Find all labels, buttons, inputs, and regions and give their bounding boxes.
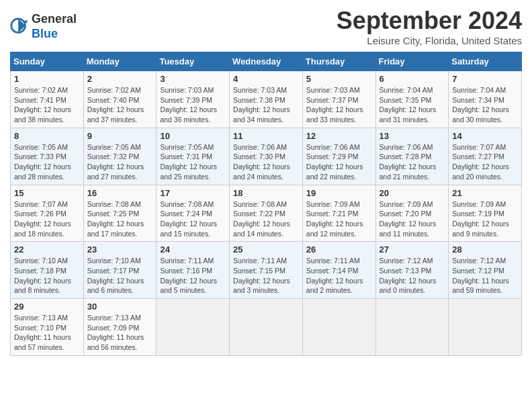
calendar-cell: 4Sunrise: 7:03 AM Sunset: 7:38 PM Daylig… xyxy=(230,71,303,128)
day-number: 25 xyxy=(233,244,299,255)
calendar-cell: 24Sunrise: 7:11 AM Sunset: 7:16 PM Dayli… xyxy=(157,242,230,299)
day-number: 9 xyxy=(87,131,153,141)
day-info: Sunrise: 7:02 AM Sunset: 7:40 PM Dayligh… xyxy=(87,85,153,125)
day-info: Sunrise: 7:06 AM Sunset: 7:28 PM Dayligh… xyxy=(380,142,445,182)
calendar-cell xyxy=(302,299,375,356)
calendar-cell: 13Sunrise: 7:06 AM Sunset: 7:28 PM Dayli… xyxy=(375,128,449,185)
day-number: 5 xyxy=(306,74,372,84)
day-number: 6 xyxy=(380,74,445,84)
day-info: Sunrise: 7:03 AM Sunset: 7:38 PM Dayligh… xyxy=(233,85,299,125)
day-info: Sunrise: 7:05 AM Sunset: 7:33 PM Dayligh… xyxy=(14,142,80,182)
day-info: Sunrise: 7:03 AM Sunset: 7:39 PM Dayligh… xyxy=(160,85,226,125)
day-number: 23 xyxy=(87,244,153,255)
day-number: 29 xyxy=(14,302,80,312)
calendar-cell: 19Sunrise: 7:09 AM Sunset: 7:21 PM Dayli… xyxy=(302,185,375,242)
calendar-cell: 12Sunrise: 7:06 AM Sunset: 7:29 PM Dayli… xyxy=(302,128,375,185)
day-info: Sunrise: 7:12 AM Sunset: 7:13 PM Dayligh… xyxy=(380,256,445,295)
calendar-cell: 2Sunrise: 7:02 AM Sunset: 7:40 PM Daylig… xyxy=(83,71,157,128)
day-number: 3 xyxy=(160,74,226,84)
calendar-cell: 6Sunrise: 7:04 AM Sunset: 7:35 PM Daylig… xyxy=(375,71,449,128)
logo: General Blue xyxy=(10,12,77,41)
day-info: Sunrise: 7:11 AM Sunset: 7:14 PM Dayligh… xyxy=(306,256,372,295)
calendar-cell: 22Sunrise: 7:10 AM Sunset: 7:18 PM Dayli… xyxy=(11,242,84,299)
calendar-cell: 25Sunrise: 7:11 AM Sunset: 7:15 PM Dayli… xyxy=(230,242,303,299)
col-wednesday: Wednesday xyxy=(230,52,303,71)
calendar-table: Sunday Monday Tuesday Wednesday Thursday… xyxy=(10,52,522,356)
day-info: Sunrise: 7:07 AM Sunset: 7:27 PM Dayligh… xyxy=(452,142,518,182)
calendar-body: 1Sunrise: 7:02 AM Sunset: 7:41 PM Daylig… xyxy=(11,71,522,356)
col-monday: Monday xyxy=(83,52,157,71)
calendar-cell: 28Sunrise: 7:12 AM Sunset: 7:12 PM Dayli… xyxy=(449,242,522,299)
day-info: Sunrise: 7:12 AM Sunset: 7:12 PM Dayligh… xyxy=(452,256,518,295)
page-header: General Blue September 2024 Leisure City… xyxy=(10,7,522,46)
day-info: Sunrise: 7:03 AM Sunset: 7:37 PM Dayligh… xyxy=(306,85,372,125)
day-info: Sunrise: 7:11 AM Sunset: 7:16 PM Dayligh… xyxy=(160,256,226,295)
day-number: 1 xyxy=(14,74,80,84)
calendar-cell: 15Sunrise: 7:07 AM Sunset: 7:26 PM Dayli… xyxy=(11,185,84,242)
calendar-cell xyxy=(230,299,303,356)
col-friday: Friday xyxy=(375,52,449,71)
calendar-cell: 3Sunrise: 7:03 AM Sunset: 7:39 PM Daylig… xyxy=(157,71,230,128)
col-thursday: Thursday xyxy=(302,52,375,71)
day-info: Sunrise: 7:02 AM Sunset: 7:41 PM Dayligh… xyxy=(14,85,80,125)
day-number: 14 xyxy=(452,131,518,141)
day-number: 16 xyxy=(87,188,153,198)
day-number: 27 xyxy=(380,244,445,255)
calendar-cell: 30Sunrise: 7:13 AM Sunset: 7:09 PM Dayli… xyxy=(83,299,157,356)
day-number: 15 xyxy=(14,188,80,198)
calendar-cell: 17Sunrise: 7:08 AM Sunset: 7:24 PM Dayli… xyxy=(157,185,230,242)
calendar-week-4: 22Sunrise: 7:10 AM Sunset: 7:18 PM Dayli… xyxy=(11,242,522,299)
day-info: Sunrise: 7:11 AM Sunset: 7:15 PM Dayligh… xyxy=(233,256,299,295)
day-info: Sunrise: 7:13 AM Sunset: 7:10 PM Dayligh… xyxy=(14,313,80,353)
day-number: 7 xyxy=(452,74,518,84)
day-number: 2 xyxy=(87,74,153,84)
day-info: Sunrise: 7:10 AM Sunset: 7:18 PM Dayligh… xyxy=(14,256,80,295)
calendar-cell: 18Sunrise: 7:08 AM Sunset: 7:22 PM Dayli… xyxy=(230,185,303,242)
day-number: 22 xyxy=(14,244,80,255)
month-title: September 2024 xyxy=(337,7,522,35)
calendar-week-3: 15Sunrise: 7:07 AM Sunset: 7:26 PM Dayli… xyxy=(11,185,522,242)
col-sunday: Sunday xyxy=(11,52,84,71)
day-number: 28 xyxy=(452,244,518,255)
day-number: 19 xyxy=(306,188,372,198)
col-tuesday: Tuesday xyxy=(157,52,230,71)
day-info: Sunrise: 7:08 AM Sunset: 7:25 PM Dayligh… xyxy=(87,199,153,239)
calendar-cell: 21Sunrise: 7:09 AM Sunset: 7:19 PM Dayli… xyxy=(449,185,522,242)
day-info: Sunrise: 7:09 AM Sunset: 7:21 PM Dayligh… xyxy=(306,199,372,239)
day-info: Sunrise: 7:07 AM Sunset: 7:26 PM Dayligh… xyxy=(14,199,80,239)
calendar-cell: 8Sunrise: 7:05 AM Sunset: 7:33 PM Daylig… xyxy=(11,128,84,185)
day-info: Sunrise: 7:10 AM Sunset: 7:17 PM Dayligh… xyxy=(87,256,153,295)
logo-general-text: General xyxy=(32,12,77,26)
day-number: 21 xyxy=(452,188,518,198)
day-info: Sunrise: 7:06 AM Sunset: 7:29 PM Dayligh… xyxy=(306,142,372,182)
day-info: Sunrise: 7:08 AM Sunset: 7:24 PM Dayligh… xyxy=(160,199,226,239)
day-number: 10 xyxy=(160,131,226,141)
day-number: 11 xyxy=(233,131,299,141)
day-info: Sunrise: 7:09 AM Sunset: 7:20 PM Dayligh… xyxy=(380,199,445,239)
day-info: Sunrise: 7:06 AM Sunset: 7:30 PM Dayligh… xyxy=(233,142,299,182)
day-info: Sunrise: 7:08 AM Sunset: 7:22 PM Dayligh… xyxy=(233,199,299,239)
day-number: 13 xyxy=(380,131,445,141)
calendar-cell: 26Sunrise: 7:11 AM Sunset: 7:14 PM Dayli… xyxy=(302,242,375,299)
calendar-cell: 23Sunrise: 7:10 AM Sunset: 7:17 PM Dayli… xyxy=(83,242,157,299)
calendar-cell: 29Sunrise: 7:13 AM Sunset: 7:10 PM Dayli… xyxy=(11,299,84,356)
day-number: 20 xyxy=(380,188,445,198)
day-number: 24 xyxy=(160,244,226,255)
day-number: 4 xyxy=(233,74,299,84)
calendar-cell: 16Sunrise: 7:08 AM Sunset: 7:25 PM Dayli… xyxy=(83,185,157,242)
header-row: Sunday Monday Tuesday Wednesday Thursday… xyxy=(11,52,522,71)
calendar-cell: 1Sunrise: 7:02 AM Sunset: 7:41 PM Daylig… xyxy=(11,71,84,128)
calendar-cell xyxy=(375,299,449,356)
calendar-cell xyxy=(157,299,230,356)
day-info: Sunrise: 7:09 AM Sunset: 7:19 PM Dayligh… xyxy=(452,199,518,239)
calendar-header: Sunday Monday Tuesday Wednesday Thursday… xyxy=(11,52,522,71)
title-area: September 2024 Leisure City, Florida, Un… xyxy=(337,7,522,46)
calendar-week-5: 29Sunrise: 7:13 AM Sunset: 7:10 PM Dayli… xyxy=(11,299,522,356)
calendar-cell: 7Sunrise: 7:04 AM Sunset: 7:34 PM Daylig… xyxy=(449,71,522,128)
day-info: Sunrise: 7:04 AM Sunset: 7:34 PM Dayligh… xyxy=(452,85,518,125)
day-info: Sunrise: 7:13 AM Sunset: 7:09 PM Dayligh… xyxy=(87,313,153,353)
day-number: 8 xyxy=(14,131,80,141)
calendar-week-2: 8Sunrise: 7:05 AM Sunset: 7:33 PM Daylig… xyxy=(11,128,522,185)
calendar-week-1: 1Sunrise: 7:02 AM Sunset: 7:41 PM Daylig… xyxy=(11,71,522,128)
calendar-cell: 11Sunrise: 7:06 AM Sunset: 7:30 PM Dayli… xyxy=(230,128,303,185)
